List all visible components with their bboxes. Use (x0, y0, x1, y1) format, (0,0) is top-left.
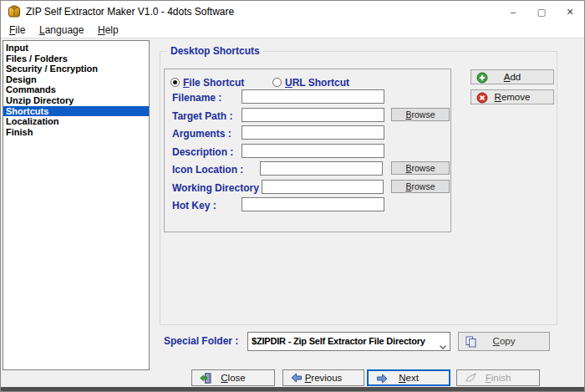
app-window: ZIP Self Extractor Maker V1.0 - 4dots So… (0, 0, 585, 392)
previous-button-label: Previous (283, 370, 364, 385)
menu-bar: File Language Help (1, 23, 584, 38)
sidebar-item-security-encryption[interactable]: Security / Encryption (3, 64, 149, 74)
finish-button-label: Finish (457, 370, 539, 385)
file-shortcut-radio[interactable] (170, 78, 180, 87)
description-label: Description : (172, 146, 233, 158)
menu-file[interactable]: File (9, 23, 25, 38)
title-bar: ZIP Self Extractor Maker V1.0 - 4dots So… (1, 1, 584, 23)
next-button-label: Next (369, 371, 449, 384)
copy-button[interactable]: Copy (458, 332, 550, 351)
close-button[interactable]: Close (191, 369, 275, 386)
previous-button[interactable]: Previous (282, 369, 364, 386)
sidebar-item-unzip-directory[interactable]: Unzip Directory (3, 95, 149, 106)
special-folder-select[interactable]: $ZIPDIR - Zip Self Extractor File Direct… (247, 332, 450, 351)
special-folder-value: $ZIPDIR - Zip Self Extractor File Direct… (252, 333, 434, 350)
target-path-browse-button[interactable]: Browse (391, 108, 450, 121)
chevron-down-icon (439, 339, 447, 354)
hot-key-label: Hot Key : (172, 200, 216, 211)
menu-language[interactable]: Language (39, 23, 84, 38)
menu-help[interactable]: Help (98, 23, 119, 38)
remove-button-label: Remove (471, 90, 553, 104)
close-window-button[interactable]: ✕ (556, 1, 584, 23)
description-input[interactable] (242, 144, 384, 158)
close-button-label: Close (192, 370, 274, 385)
remove-button[interactable]: Remove (471, 89, 554, 104)
url-shortcut-radio[interactable] (272, 78, 282, 87)
arguments-label: Arguments : (172, 128, 231, 140)
working-directory-label: Working Directory : (172, 182, 265, 194)
sidebar-item-shortcuts[interactable]: Shortcuts (3, 106, 149, 117)
minimize-button[interactable]: – (499, 1, 527, 23)
add-button[interactable]: Add (471, 69, 554, 84)
app-icon (8, 5, 21, 22)
next-button[interactable]: Next (367, 369, 450, 386)
url-shortcut-radio-label[interactable]: URL Shortcut (285, 77, 349, 89)
window-title: ZIP Self Extractor Maker V1.0 - 4dots So… (26, 1, 234, 23)
special-folder-label: Special Folder : (164, 335, 238, 347)
working-directory-input[interactable] (262, 180, 384, 194)
sidebar-item-finish[interactable]: Finish (3, 127, 149, 138)
icon-location-label: Icon Location : (172, 164, 243, 176)
wizard-steps-list: Input Files / Folders Security / Encrypt… (3, 40, 150, 370)
copy-button-label: Copy (459, 333, 549, 350)
sidebar-item-design[interactable]: Design (3, 74, 149, 85)
target-path-input[interactable] (242, 108, 384, 122)
sidebar-item-commands[interactable]: Commands (3, 84, 149, 95)
filename-input[interactable] (242, 89, 384, 104)
add-button-label: Add (471, 70, 553, 84)
icon-location-browse-button[interactable]: Browse (391, 161, 450, 175)
arguments-input[interactable] (242, 125, 384, 140)
hot-key-input[interactable] (242, 197, 384, 211)
finish-button[interactable]: Finish (456, 369, 540, 386)
maximize-button[interactable]: ▢ (527, 1, 556, 23)
filename-label: Filename : (172, 92, 221, 104)
bottom-edge (1, 387, 584, 392)
group-title: Desktop Shortcuts (167, 45, 263, 57)
file-shortcut-radio-label[interactable]: File Shortcut (183, 77, 244, 89)
sidebar-item-files-folders[interactable]: Files / Folders (3, 53, 149, 64)
sidebar-item-localization[interactable]: Localization (3, 116, 149, 127)
icon-location-input[interactable] (260, 161, 383, 176)
working-directory-browse-button[interactable]: Browse (391, 180, 450, 193)
sidebar-item-input[interactable]: Input (3, 43, 149, 53)
target-path-label: Target Path : (172, 110, 232, 122)
